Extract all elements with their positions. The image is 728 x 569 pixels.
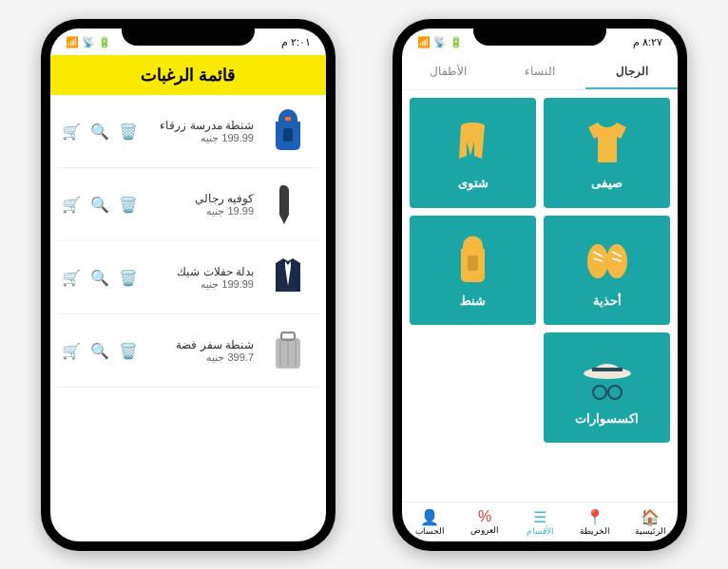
- tabs: الرجال النساء الأطفال: [402, 55, 678, 90]
- wishlist-item[interactable]: شنطة سفر فضة 399.7 جنيه 🛒 🔍 🗑️: [58, 314, 318, 388]
- phone-wishlist: 📶 📡 🔋 ٢:٠١ م قائمة الرغبات شنطة مدرسة زر…: [41, 19, 335, 551]
- trash-icon[interactable]: 🗑️: [119, 196, 138, 214]
- cart-icon[interactable]: 🛒: [62, 269, 81, 287]
- cart-icon[interactable]: 🛒: [62, 196, 81, 214]
- svg-rect-0: [283, 128, 293, 142]
- category-accessories[interactable]: اكسسوارات: [544, 332, 670, 443]
- item-actions: 🛒 🔍 🗑️: [62, 196, 138, 214]
- item-actions: 🛒 🔍 🗑️: [62, 123, 138, 141]
- nav-home[interactable]: 🏠الرئيسية: [623, 508, 678, 536]
- status-time: ٨:٢٧ م: [633, 36, 662, 48]
- svg-point-12: [608, 386, 622, 399]
- trash-icon[interactable]: 🗑️: [119, 342, 138, 360]
- nav-label: الخريطة: [580, 526, 610, 536]
- wishlist-item[interactable]: كوفيه رجالي 19.99 جنيه 🛒 🔍 🗑️: [58, 168, 318, 241]
- category-winter[interactable]: شتوى: [410, 98, 536, 208]
- search-icon[interactable]: 🔍: [90, 123, 109, 141]
- tab-men[interactable]: الرجال: [585, 55, 678, 89]
- status-time: ٢:٠١ م: [281, 36, 311, 48]
- item-price: 199.99 جنيه: [145, 132, 254, 144]
- scarf-icon: [261, 178, 315, 231]
- item-price: 399.7 جنيه: [145, 351, 254, 364]
- nav-map[interactable]: 📍الخريطة: [567, 508, 623, 536]
- nav-account[interactable]: 👤الحساب: [402, 508, 457, 536]
- backpack-icon: [261, 104, 315, 158]
- category-label: صيفى: [591, 176, 623, 190]
- category-label: شتوى: [458, 176, 489, 190]
- page-title: قائمة الرغبات: [50, 55, 326, 95]
- svg-point-7: [606, 244, 627, 278]
- jacket-icon: [447, 115, 499, 172]
- item-price: 19.99 جنيه: [145, 205, 254, 218]
- nav-label: الحساب: [415, 526, 445, 536]
- home-icon: 🏠: [623, 508, 678, 526]
- svg-point-11: [593, 386, 606, 399]
- suitcase-icon: [261, 324, 315, 377]
- screen-categories: 📶 📡 🔋 ٨:٢٧ م الرجال النساء الأطفال صيفى …: [402, 28, 678, 541]
- suit-icon: [261, 251, 315, 304]
- trash-icon[interactable]: 🗑️: [119, 269, 138, 287]
- bag-icon: [451, 233, 494, 290]
- item-info: بدلة حفلات شيك 199.99 جنيه: [138, 265, 261, 291]
- nav-categories[interactable]: ☰الأقسام: [512, 508, 567, 536]
- svg-point-6: [587, 244, 608, 278]
- nav-label: العروض: [470, 525, 499, 535]
- wishlist-list: شنطة مدرسة زرقاء 199.99 جنيه 🛒 🔍 🗑️ كوفي…: [50, 95, 326, 541]
- wishlist-item[interactable]: شنطة مدرسة زرقاء 199.99 جنيه 🛒 🔍 🗑️: [58, 95, 318, 168]
- svg-rect-10: [592, 368, 623, 371]
- cart-icon[interactable]: 🛒: [62, 123, 81, 141]
- tab-women[interactable]: النساء: [494, 55, 586, 89]
- cart-icon[interactable]: 🛒: [62, 342, 81, 360]
- item-actions: 🛒 🔍 🗑️: [62, 269, 138, 287]
- screen-wishlist: 📶 📡 🔋 ٢:٠١ م قائمة الرغبات شنطة مدرسة زر…: [50, 28, 326, 541]
- category-label: اكسسوارات: [575, 411, 639, 426]
- category-summer[interactable]: صيفى: [544, 98, 670, 208]
- map-icon: 📍: [567, 508, 623, 526]
- notch: [473, 25, 606, 46]
- signal-icons: 📶 📡 🔋: [417, 36, 463, 48]
- category-label: شنط: [460, 294, 486, 308]
- bottom-nav: 🏠الرئيسية 📍الخريطة ☰الأقسام %العروض 👤الح…: [402, 502, 678, 541]
- search-icon[interactable]: 🔍: [90, 342, 109, 360]
- nav-label: الرئيسية: [635, 526, 666, 536]
- search-icon[interactable]: 🔍: [90, 269, 109, 287]
- menu-icon: ☰: [512, 508, 567, 526]
- wishlist-item[interactable]: بدلة حفلات شيك 199.99 جنيه 🛒 🔍 🗑️: [58, 241, 318, 314]
- item-info: شنطة مدرسة زرقاء 199.99 جنيه: [138, 119, 261, 144]
- category-shoes[interactable]: أحذية: [544, 216, 670, 326]
- svg-rect-8: [468, 256, 478, 271]
- notch: [122, 25, 255, 46]
- item-price: 199.99 جنيه: [145, 278, 254, 291]
- percent-icon: %: [457, 508, 512, 525]
- signal-icons: 📶 📡 🔋: [66, 36, 111, 48]
- item-name: كوفيه رجالي: [145, 192, 254, 205]
- item-info: شنطة سفر فضة 399.7 جنيه: [138, 338, 261, 364]
- trash-icon[interactable]: 🗑️: [119, 123, 138, 141]
- item-name: شنطة مدرسة زرقاء: [145, 119, 254, 132]
- phone-categories: 📶 📡 🔋 ٨:٢٧ م الرجال النساء الأطفال صيفى …: [393, 19, 687, 551]
- tab-kids[interactable]: الأطفال: [402, 55, 494, 89]
- shoes-icon: [579, 233, 636, 290]
- category-bags[interactable]: شنط: [410, 216, 536, 326]
- category-grid: صيفى شتوى أحذية شنط: [402, 90, 678, 502]
- user-icon: 👤: [402, 508, 457, 526]
- nav-offers[interactable]: %العروض: [457, 508, 512, 536]
- item-actions: 🛒 🔍 🗑️: [62, 342, 138, 360]
- tshirt-icon: [579, 115, 636, 172]
- item-name: بدلة حفلات شيك: [145, 265, 254, 278]
- search-icon[interactable]: 🔍: [90, 196, 109, 214]
- item-info: كوفيه رجالي 19.99 جنيه: [138, 192, 261, 218]
- nav-label: الأقسام: [527, 526, 554, 536]
- item-name: شنطة سفر فضة: [145, 338, 254, 351]
- hat-glasses-icon: [579, 351, 636, 408]
- category-label: أحذية: [593, 294, 622, 308]
